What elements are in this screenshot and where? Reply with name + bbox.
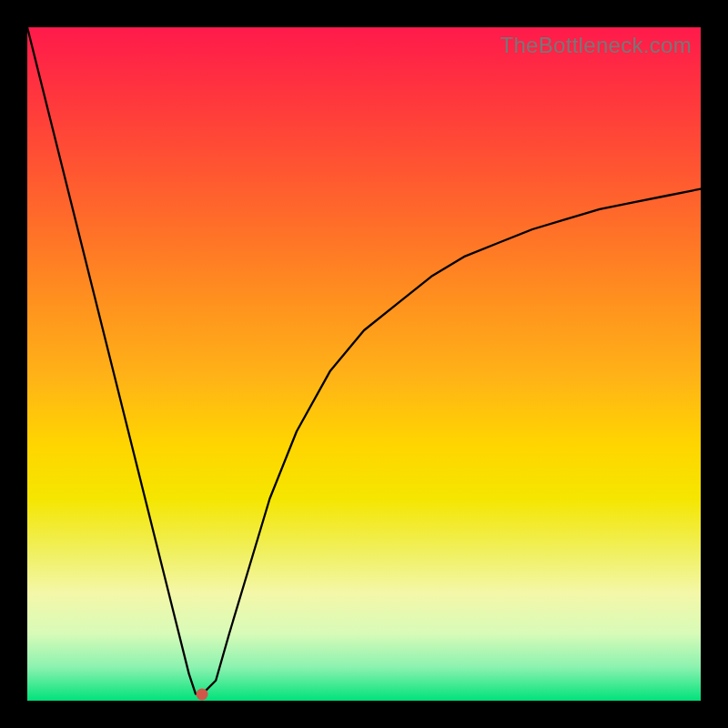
chart-frame: TheBottleneck.com xyxy=(0,0,728,728)
plot-area: TheBottleneck.com xyxy=(27,27,701,701)
curve-path xyxy=(27,27,701,694)
optimal-point-marker xyxy=(197,688,208,700)
bottleneck-curve xyxy=(27,27,701,701)
